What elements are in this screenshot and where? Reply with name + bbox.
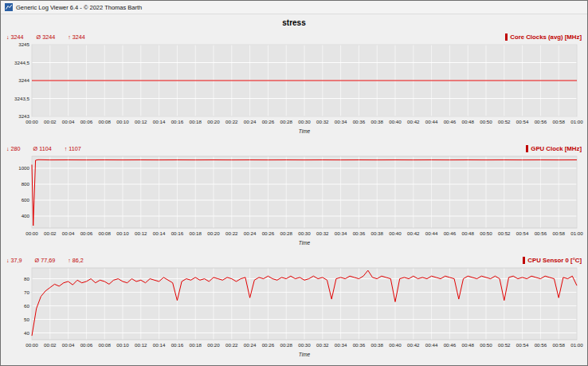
svg-text:00:58: 00:58: [552, 119, 565, 124]
svg-text:00:50: 00:50: [480, 230, 492, 236]
svg-text:50: 50: [24, 317, 29, 322]
window-title: Generic Log Viewer 6.4 - © 2022 Thomas B…: [16, 4, 142, 11]
svg-text:600: 600: [22, 197, 30, 203]
svg-text:00:46: 00:46: [444, 119, 457, 124]
chart-panel-core-clocks: ↓ 3244 Ø 3244 ↑ 3244 Core Clocks (avg) […: [1, 31, 587, 143]
chart-panel-cpu-sensor: ↓ 37,9 Ø 77,69 ↑ 86,2 CPU Sensor 0 [°C] …: [1, 254, 587, 366]
svg-text:00:00: 00:00: [25, 342, 38, 348]
svg-text:70: 70: [24, 289, 29, 295]
svg-text:00:18: 00:18: [189, 119, 202, 124]
svg-text:00:44: 00:44: [425, 230, 438, 236]
svg-text:3244: 3244: [18, 77, 29, 83]
chart-panel-gpu-clock: ↓ 280 Ø 1104 ↑ 1107 GPU Clock [MHz] 00:0…: [1, 143, 587, 254]
svg-text:00:38: 00:38: [370, 119, 383, 124]
svg-text:00:10: 00:10: [116, 119, 129, 124]
svg-text:00:32: 00:32: [316, 230, 329, 236]
chart-stats: ↓ 37,9 Ø 77,69 ↑ 86,2: [6, 257, 84, 264]
svg-text:00:04: 00:04: [62, 119, 75, 124]
svg-text:00:36: 00:36: [353, 119, 366, 124]
svg-text:00:54: 00:54: [516, 230, 529, 236]
red-bar-icon: [526, 145, 528, 152]
stat-avg: Ø 77,69: [35, 257, 56, 264]
svg-text:1000: 1000: [18, 165, 29, 171]
svg-text:00:16: 00:16: [171, 230, 184, 236]
stat-max: ↑ 86,2: [68, 257, 84, 264]
chart-title-label: Core Clocks (avg) [MHz]: [510, 33, 582, 41]
window-titlebar[interactable]: Generic Log Viewer 6.4 - © 2022 Thomas B…: [1, 1, 587, 14]
chart-plot-gpu-clock[interactable]: 00:0000:0200:0400:0600:0800:1000:1200:14…: [5, 154, 585, 254]
svg-text:00:06: 00:06: [80, 342, 93, 348]
svg-text:3243,5: 3243,5: [14, 96, 29, 101]
svg-text:00:46: 00:46: [444, 230, 457, 236]
svg-text:00:10: 00:10: [116, 342, 129, 348]
stat-max: ↑ 3244: [68, 33, 85, 41]
chart-title: GPU Clock [MHz]: [526, 145, 582, 152]
svg-text:00:28: 00:28: [280, 342, 292, 348]
svg-text:01:00: 01:00: [570, 230, 583, 236]
svg-text:00:42: 00:42: [407, 119, 420, 124]
svg-text:Time: Time: [299, 128, 311, 134]
svg-text:00:34: 00:34: [335, 342, 347, 348]
svg-text:00:20: 00:20: [207, 119, 220, 124]
red-bar-icon: [505, 33, 508, 41]
panel-header: ↓ 3244 Ø 3244 ↑ 3244 Core Clocks (avg) […: [5, 31, 583, 42]
svg-text:00:26: 00:26: [262, 230, 275, 236]
svg-text:00:48: 00:48: [461, 230, 474, 236]
svg-text:00:36: 00:36: [353, 342, 366, 348]
app-icon: [5, 3, 13, 11]
svg-text:00:52: 00:52: [498, 230, 511, 236]
svg-text:00:00: 00:00: [25, 119, 38, 124]
svg-text:00:54: 00:54: [516, 342, 529, 348]
svg-text:00:32: 00:32: [316, 119, 329, 124]
stat-max: ↑ 1107: [65, 145, 81, 152]
svg-text:800: 800: [22, 181, 30, 187]
svg-text:00:48: 00:48: [461, 342, 474, 348]
svg-text:00:12: 00:12: [135, 342, 147, 348]
svg-text:400: 400: [22, 213, 30, 218]
svg-text:00:20: 00:20: [207, 342, 220, 348]
svg-text:00:56: 00:56: [535, 119, 547, 124]
red-bar-icon: [523, 257, 525, 264]
chart-plot-cpu-sensor[interactable]: 00:0000:0200:0400:0600:0800:1000:1200:14…: [5, 266, 585, 366]
svg-text:00:32: 00:32: [316, 342, 329, 348]
app-window: Generic Log Viewer 6.4 - © 2022 Thomas B…: [0, 0, 588, 366]
svg-text:3243: 3243: [18, 113, 29, 119]
svg-text:00:42: 00:42: [407, 230, 420, 236]
svg-text:40: 40: [24, 330, 29, 336]
svg-text:01:00: 01:00: [570, 342, 583, 348]
svg-text:00:46: 00:46: [444, 342, 457, 348]
svg-text:00:48: 00:48: [461, 119, 474, 124]
svg-text:00:02: 00:02: [44, 342, 57, 348]
svg-text:00:04: 00:04: [62, 230, 75, 236]
svg-text:00:50: 00:50: [480, 119, 492, 124]
svg-text:00:42: 00:42: [407, 342, 420, 348]
svg-text:00:06: 00:06: [80, 119, 93, 124]
svg-text:00:16: 00:16: [171, 342, 184, 348]
chart-title: CPU Sensor 0 [°C]: [523, 257, 582, 264]
svg-text:00:50: 00:50: [480, 342, 492, 348]
svg-text:00:26: 00:26: [262, 119, 275, 124]
svg-text:00:28: 00:28: [280, 119, 292, 124]
svg-text:00:56: 00:56: [535, 342, 547, 348]
stat-min: ↓ 37,9: [6, 257, 22, 264]
svg-text:00:24: 00:24: [244, 342, 257, 348]
svg-text:00:08: 00:08: [98, 230, 111, 236]
svg-text:00:18: 00:18: [189, 342, 202, 348]
svg-text:00:08: 00:08: [98, 119, 111, 124]
chart-plot-core-clocks[interactable]: 00:0000:0200:0400:0600:0800:1000:1200:14…: [5, 42, 585, 143]
svg-text:00:18: 00:18: [189, 230, 202, 236]
svg-text:00:14: 00:14: [153, 342, 166, 348]
svg-text:00:36: 00:36: [353, 230, 366, 236]
panel-header: ↓ 280 Ø 1104 ↑ 1107 GPU Clock [MHz]: [5, 143, 583, 154]
svg-text:60: 60: [24, 303, 29, 309]
svg-text:3244,5: 3244,5: [14, 60, 29, 65]
svg-text:00:22: 00:22: [225, 230, 238, 236]
chart-title-label: CPU Sensor 0 [°C]: [527, 257, 582, 264]
svg-text:00:00: 00:00: [25, 230, 38, 236]
svg-text:00:22: 00:22: [225, 342, 238, 348]
svg-text:00:40: 00:40: [389, 230, 402, 236]
svg-text:00:40: 00:40: [389, 342, 402, 348]
svg-text:00:24: 00:24: [244, 230, 257, 236]
svg-text:00:30: 00:30: [298, 119, 311, 124]
svg-text:00:02: 00:02: [44, 230, 57, 236]
